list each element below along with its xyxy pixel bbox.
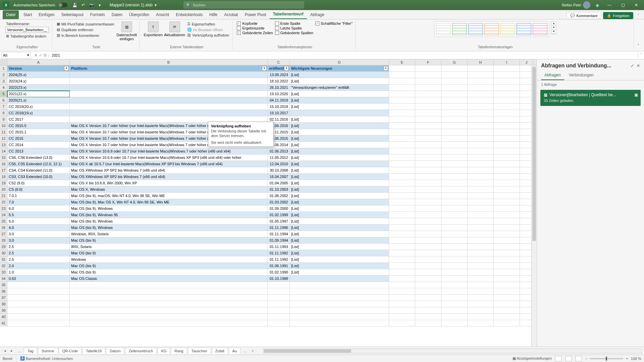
cell[interactable] — [290, 110, 389, 116]
style-swatch[interactable] — [468, 23, 483, 35]
row-header[interactable]: 5 — [0, 91, 7, 97]
cell[interactable]: [List] — [290, 237, 389, 244]
comments-button[interactable]: 💬 Kommentare — [567, 12, 601, 19]
filename[interactable]: Mappe3 (version 1).xlsb ▾ — [110, 3, 157, 7]
cell[interactable]: [List] — [290, 148, 389, 155]
col-header[interactable]: H — [468, 59, 494, 65]
cell[interactable]: "Verwacklungen reduzieren" entfällt — [290, 84, 389, 91]
convert-range[interactable]: ▧ In Bereich konvertieren — [56, 33, 115, 38]
resize-table[interactable]: ⊞ Tabellengröße ändern — [5, 34, 49, 39]
cell[interactable]: Mac OS (bis 9) — [70, 269, 268, 276]
cell[interactable]: [List] — [290, 205, 389, 212]
style-swatch[interactable] — [436, 23, 451, 35]
cell[interactable]: 2.5 — [7, 244, 70, 250]
cell[interactable]: CC 2015 — [7, 135, 70, 142]
cell[interactable]: 01.11.1992 — [268, 250, 290, 256]
cell[interactable]: [List] — [290, 72, 389, 78]
cell[interactable]: 2.0 — [7, 263, 70, 269]
accept-fx-icon[interactable]: ✓ — [39, 53, 42, 58]
chk-last-col[interactable]: Letzte Spalte — [275, 26, 313, 30]
cell[interactable]: CS2 (9.0) — [7, 180, 70, 186]
row-header[interactable]: 16 — [0, 161, 7, 167]
zoom-in-icon[interactable]: ＋ — [625, 356, 629, 361]
cell[interactable]: 01.11.1993 — [268, 244, 290, 250]
sheet-tab[interactable]: Au — [229, 348, 240, 354]
row-header[interactable]: 37 — [0, 295, 7, 301]
header-neuerungen[interactable]: Wichtigste Neuerungen▾ — [290, 65, 389, 72]
cell[interactable]: 7.0.1 — [7, 193, 70, 199]
cell[interactable]: 01.06.1991 — [268, 263, 290, 269]
pane-tab-queries[interactable]: Abfragen — [541, 71, 564, 80]
row-header[interactable]: 25 — [0, 218, 7, 225]
cell[interactable]: 2.5 — [7, 250, 70, 256]
cell[interactable]: 2020(21.x) — [7, 97, 70, 104]
sheet-list-icon[interactable]: … — [15, 349, 23, 353]
zoom-level[interactable]: 100 % — [631, 357, 641, 361]
filter-icon[interactable]: ▾ — [383, 66, 388, 71]
accessibility-icon[interactable]: ♿ — [20, 356, 25, 361]
share-button[interactable]: 🔒 Freigeben — [603, 12, 633, 19]
row-header[interactable]: 2 — [0, 72, 7, 78]
tab-hilfe[interactable]: Hilfe — [206, 10, 221, 19]
chk-total[interactable]: Ergebniszeile — [237, 26, 273, 30]
sheet-more-icon[interactable]: … — [241, 349, 249, 353]
autosave-toggle[interactable] — [58, 3, 67, 7]
cell[interactable]: Mac OS (bis 9), Windows 95 — [70, 212, 268, 218]
cell[interactable]: Mac OS (bis 9), macOS, Win NT 4.0, Win 9… — [70, 193, 268, 199]
cell[interactable]: 3.0 — [7, 237, 70, 244]
tab-daten[interactable]: Daten — [108, 10, 126, 19]
cell[interactable]: 6.0 — [7, 205, 70, 212]
close-button[interactable]: ✕ — [631, 3, 641, 7]
cell[interactable]: Mac OS X ab 10.5.7 (nur Intel-basierte M… — [70, 161, 268, 167]
cell[interactable]: 01.11.1992 — [268, 256, 290, 263]
cell[interactable]: [List] — [290, 155, 389, 161]
cell[interactable]: Mac OS (bis 9) — [70, 237, 268, 244]
tablename-input[interactable] — [5, 27, 49, 33]
cell[interactable]: Mac OS X Version 10.6.8 oder 10.7 (nur I… — [70, 148, 268, 155]
row-header[interactable]: 9 — [0, 116, 7, 123]
cell[interactable]: 16.04.2007 — [268, 174, 290, 180]
cell[interactable]: 30.10.2008 — [268, 167, 290, 174]
cell[interactable]: Mac OS (bis 9), Mac OS X, Win NT 4.0, Wi… — [70, 199, 268, 205]
row-header[interactable]: 27 — [0, 231, 7, 237]
cell[interactable]: 01.02.1999 — [268, 212, 290, 218]
cell[interactable]: 04.11.2019 — [268, 97, 290, 104]
cell[interactable]: [List] — [290, 129, 389, 135]
row-header[interactable]: 14 — [0, 148, 7, 155]
cell[interactable]: Windows, IRIX, Solaris — [70, 231, 268, 237]
row-header[interactable]: 15 — [0, 155, 7, 161]
style-swatch[interactable] — [533, 23, 547, 35]
cell[interactable]: 01.10.2003 — [268, 186, 290, 193]
cell[interactable]: 3.0 — [7, 231, 70, 237]
row-header[interactable]: 29 — [0, 244, 7, 250]
col-header[interactable]: B — [70, 59, 268, 65]
remove-duplicates[interactable]: ▤ Duplikate entfernen — [56, 27, 115, 32]
row-header[interactable]: 39 — [0, 307, 7, 314]
row-header[interactable]: 36 — [0, 288, 7, 295]
row-header[interactable]: 40 — [0, 314, 7, 320]
cell[interactable]: [List] — [290, 218, 389, 225]
cell[interactable]: CC 2015.5 — [7, 123, 70, 129]
table-styles-gallery[interactable] — [434, 21, 549, 37]
cell[interactable]: 2023(24.x) — [7, 78, 70, 84]
cell[interactable]: [List] — [290, 212, 389, 218]
tab-acrobat[interactable]: Acrobat — [221, 10, 241, 19]
chk-first-col[interactable]: Erste Spalte — [275, 21, 313, 25]
display-settings[interactable]: ▦ Anzeigeeinstellungen — [513, 356, 552, 361]
row-header[interactable]: 1 — [0, 65, 7, 72]
cell[interactable]: [List] — [290, 186, 389, 193]
view-normal-icon[interactable] — [555, 356, 562, 361]
name-box[interactable]: A5▾ — [1, 52, 31, 59]
sheet-add-icon[interactable]: ＋ — [250, 348, 256, 353]
cell[interactable]: 01.11.1996 — [268, 225, 290, 231]
cell[interactable]: 01.03.2002 — [268, 199, 290, 205]
header-date[interactable]: eröffentlichung▾ — [268, 65, 290, 72]
unlink-button[interactable]: ⛓ Verknüpfung aufheben — [186, 33, 230, 38]
row-header[interactable]: 21 — [0, 193, 7, 199]
cell[interactable] — [70, 104, 268, 110]
tab-abfrage[interactable]: Abfrage — [307, 10, 328, 19]
cell[interactable]: [List] — [290, 91, 389, 97]
filter-icon[interactable]: ▾ — [64, 66, 69, 71]
style-swatch[interactable] — [452, 23, 467, 35]
vertical-scrollbar[interactable] — [531, 65, 537, 347]
